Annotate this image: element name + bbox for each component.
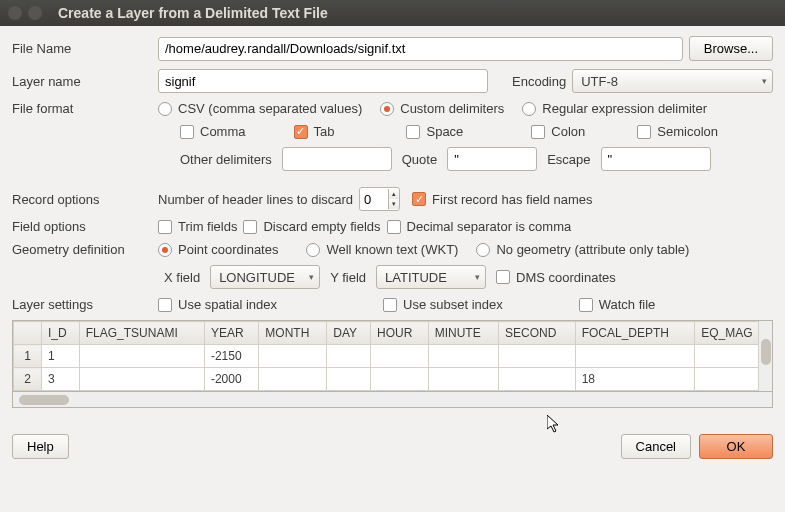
xfield-select[interactable]: LONGITUDE <box>210 265 320 289</box>
col-header[interactable]: MONTH <box>259 322 327 345</box>
ok-button[interactable]: OK <box>699 434 773 459</box>
help-button[interactable]: Help <box>12 434 69 459</box>
check-colon[interactable]: Colon <box>531 124 585 139</box>
check-tab[interactable]: Tab <box>294 124 335 139</box>
window-title: Create a Layer from a Delimited Text Fil… <box>58 5 328 21</box>
yfield-select[interactable]: LATITUDE <box>376 265 486 289</box>
check-spatial[interactable]: Use spatial index <box>158 297 277 312</box>
table-row[interactable]: 2 3 -2000 18 <box>14 368 772 391</box>
radio-regex[interactable]: Regular expression delimiter <box>522 101 707 116</box>
col-header[interactable]: I_D <box>42 322 80 345</box>
check-watch[interactable]: Watch file <box>579 297 656 312</box>
geometry-label: Geometry definition <box>12 242 152 257</box>
close-window-icon[interactable] <box>8 6 22 20</box>
escape-input[interactable] <box>601 147 711 171</box>
escape-label: Escape <box>547 152 590 167</box>
preview-table: I_D FLAG_TSUNAMI YEAR MONTH DAY HOUR MIN… <box>12 320 773 392</box>
discard-spinner[interactable]: ▴▾ <box>359 187 400 211</box>
col-header[interactable]: FOCAL_DEPTH <box>575 322 695 345</box>
other-delim-input[interactable] <box>282 147 392 171</box>
layer-settings-label: Layer settings <box>12 297 152 312</box>
fileformat-label: File format <box>12 101 152 116</box>
layername-label: Layer name <box>12 74 152 89</box>
quote-input[interactable] <box>447 147 537 171</box>
quote-label: Quote <box>402 152 437 167</box>
col-header[interactable]: MINUTE <box>428 322 498 345</box>
encoding-select[interactable]: UTF-8 <box>572 69 773 93</box>
table-row[interactable]: 1 1 -2150 <box>14 345 772 368</box>
encoding-label: Encoding <box>512 74 566 89</box>
minimize-window-icon[interactable] <box>28 6 42 20</box>
filename-label: File Name <box>12 41 152 56</box>
record-options-label: Record options <box>12 192 152 207</box>
radio-custom[interactable]: Custom delimiters <box>380 101 504 116</box>
xfield-label: X field <box>164 270 200 285</box>
yfield-label: Y field <box>330 270 366 285</box>
radio-wkt[interactable]: Well known text (WKT) <box>306 242 458 257</box>
filename-input[interactable] <box>158 37 683 61</box>
col-header[interactable]: YEAR <box>204 322 258 345</box>
cancel-button[interactable]: Cancel <box>621 434 691 459</box>
horizontal-scrollbar[interactable] <box>12 392 773 408</box>
discard-label: Number of header lines to discard <box>158 192 353 207</box>
check-space[interactable]: Space <box>406 124 463 139</box>
check-dms[interactable]: DMS coordinates <box>496 270 616 285</box>
other-delim-label: Other delimiters <box>180 152 272 167</box>
check-first-record[interactable]: First record has field names <box>412 192 592 207</box>
check-trim[interactable]: Trim fields <box>158 219 237 234</box>
col-header[interactable]: DAY <box>327 322 371 345</box>
check-decimal[interactable]: Decimal separator is comma <box>387 219 572 234</box>
check-discard-empty[interactable]: Discard empty fields <box>243 219 380 234</box>
radio-csv[interactable]: CSV (comma separated values) <box>158 101 362 116</box>
spinner-down-icon[interactable]: ▾ <box>389 199 399 209</box>
col-header[interactable]: FLAG_TSUNAMI <box>79 322 204 345</box>
col-header[interactable]: SECOND <box>498 322 575 345</box>
titlebar: Create a Layer from a Delimited Text Fil… <box>0 0 785 26</box>
spinner-up-icon[interactable]: ▴ <box>389 189 399 199</box>
check-comma[interactable]: Comma <box>180 124 246 139</box>
field-options-label: Field options <box>12 219 152 234</box>
radio-point[interactable]: Point coordinates <box>158 242 278 257</box>
layername-input[interactable] <box>158 69 488 93</box>
check-semicolon[interactable]: Semicolon <box>637 124 718 139</box>
browse-button[interactable]: Browse... <box>689 36 773 61</box>
check-subset[interactable]: Use subset index <box>383 297 503 312</box>
vertical-scrollbar[interactable] <box>758 321 772 391</box>
col-header[interactable]: HOUR <box>371 322 429 345</box>
radio-nogeom[interactable]: No geometry (attribute only table) <box>476 242 689 257</box>
